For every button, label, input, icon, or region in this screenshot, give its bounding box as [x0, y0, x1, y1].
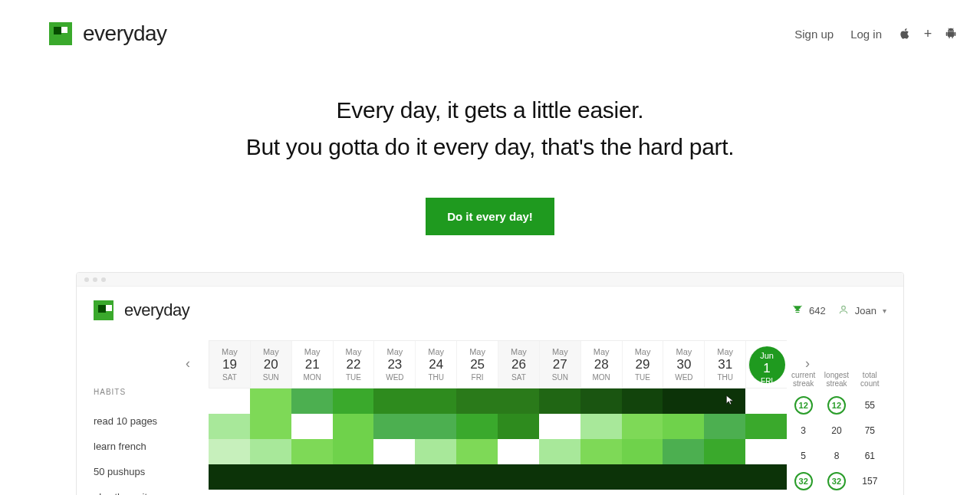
- preview-brand[interactable]: everyday: [94, 300, 189, 320]
- heat-cell[interactable]: [704, 414, 745, 439]
- heat-cell[interactable]: [333, 388, 374, 414]
- heat-cell[interactable]: [373, 388, 415, 414]
- heat-cell[interactable]: [250, 464, 291, 490]
- day-header[interactable]: May31THU: [704, 341, 745, 388]
- heat-cell[interactable]: [209, 439, 250, 464]
- cta-button[interactable]: Do it every day!: [426, 198, 554, 235]
- heat-cell[interactable]: [704, 388, 745, 414]
- heat-cell[interactable]: [498, 414, 539, 439]
- heat-cell[interactable]: [663, 439, 704, 464]
- heat-cell[interactable]: [291, 388, 333, 414]
- heat-cell[interactable]: [498, 388, 539, 414]
- next-arrow[interactable]: ›: [805, 356, 810, 372]
- heat-cell[interactable]: [663, 388, 704, 414]
- heat-cell[interactable]: [622, 464, 663, 490]
- day-header[interactable]: May24THU: [415, 341, 456, 388]
- heat-row: [209, 464, 787, 490]
- brand[interactable]: everyday: [49, 21, 167, 46]
- day-header[interactable]: May28MON: [580, 341, 622, 388]
- habit-name[interactable]: play the guitar: [94, 484, 209, 495]
- habit-name[interactable]: read 10 pages: [94, 408, 209, 434]
- heat-cell[interactable]: [291, 414, 333, 439]
- login-link[interactable]: Log in: [850, 28, 882, 41]
- heat-cell[interactable]: [622, 414, 663, 439]
- heat-cell[interactable]: [745, 464, 787, 490]
- heat-cell[interactable]: [580, 414, 622, 439]
- heat-row: [209, 439, 787, 464]
- habit-name[interactable]: 50 pushups: [94, 459, 209, 484]
- heat-cell[interactable]: [498, 464, 539, 490]
- day-header[interactable]: May21MON: [291, 341, 333, 388]
- day-header[interactable]: May19SAT: [209, 341, 250, 388]
- total-count: 61: [853, 451, 886, 461]
- heat-cell[interactable]: [456, 439, 498, 464]
- heat-cell[interactable]: [373, 439, 415, 464]
- day-header[interactable]: May27SUN: [539, 341, 580, 388]
- heat-cell[interactable]: [415, 439, 456, 464]
- score-value: 642: [809, 305, 826, 316]
- prev-arrow[interactable]: ‹: [186, 356, 190, 372]
- heat-cell[interactable]: [622, 388, 663, 414]
- logo-icon: [49, 22, 72, 45]
- heat-cell[interactable]: [333, 439, 374, 464]
- habit-name[interactable]: learn french: [94, 434, 209, 459]
- day-header[interactable]: May20SUN: [250, 341, 291, 388]
- heat-cell[interactable]: [209, 388, 250, 414]
- heat-cell[interactable]: [209, 414, 250, 439]
- heat-cell[interactable]: [539, 464, 580, 490]
- heat-cell[interactable]: [745, 388, 787, 414]
- logo-icon: [94, 300, 113, 320]
- android-icon[interactable]: [945, 28, 957, 40]
- day-header[interactable]: May29TUE: [622, 341, 663, 388]
- heat-cell[interactable]: [704, 439, 745, 464]
- heat-cell[interactable]: [291, 464, 333, 490]
- day-header[interactable]: May26SAT: [498, 341, 539, 388]
- heat-cell[interactable]: [209, 464, 250, 490]
- habits-label: HABITS: [94, 388, 209, 396]
- stats-head-longest: longest streak: [820, 371, 853, 388]
- streak-ring: 12: [794, 396, 813, 415]
- heat-cell[interactable]: [498, 439, 539, 464]
- heat-cell[interactable]: [745, 439, 787, 464]
- hero-headline: Every day, it gets a little easier. But …: [0, 92, 980, 166]
- day-header[interactable]: May22TUE: [333, 341, 374, 388]
- heat-cell[interactable]: [333, 414, 374, 439]
- heat-cell[interactable]: [539, 414, 580, 439]
- heat-cell[interactable]: [663, 414, 704, 439]
- heat-cell[interactable]: [663, 464, 704, 490]
- day-header[interactable]: May23WED: [373, 341, 415, 388]
- heat-cell[interactable]: [415, 414, 456, 439]
- total-count: 157: [853, 476, 886, 487]
- heat-cell[interactable]: [622, 439, 663, 464]
- heat-cell[interactable]: [580, 439, 622, 464]
- heat-cell[interactable]: [539, 388, 580, 414]
- stats-column: current streak longest streak total coun…: [787, 340, 886, 493]
- heat-cell[interactable]: [580, 388, 622, 414]
- stats-head-total: total count: [853, 371, 886, 388]
- heat-cell[interactable]: [333, 464, 374, 490]
- streak-ring: 32: [794, 472, 813, 490]
- signup-link[interactable]: Sign up: [794, 28, 834, 41]
- heat-cell[interactable]: [704, 464, 745, 490]
- heat-cell[interactable]: [580, 464, 622, 490]
- heat-cell[interactable]: [373, 464, 415, 490]
- heat-cell[interactable]: [415, 388, 456, 414]
- heat-cell[interactable]: [250, 414, 291, 439]
- caret-down-icon: ▾: [883, 307, 886, 315]
- heat-cell[interactable]: [745, 414, 787, 439]
- apple-icon[interactable]: [899, 28, 911, 40]
- heat-cell[interactable]: [456, 464, 498, 490]
- plus-icon[interactable]: +: [922, 28, 934, 40]
- heat-cell[interactable]: [456, 414, 498, 439]
- heat-cell[interactable]: [456, 388, 498, 414]
- day-header[interactable]: May30WED: [663, 341, 704, 388]
- heat-cell[interactable]: [291, 439, 333, 464]
- day-header[interactable]: May25FRI: [456, 341, 498, 388]
- heat-cell[interactable]: [250, 388, 291, 414]
- heat-cell[interactable]: [539, 439, 580, 464]
- heat-cell[interactable]: [373, 414, 415, 439]
- day-header-today[interactable]: Jun1FRI: [745, 341, 787, 388]
- heat-cell[interactable]: [415, 464, 456, 490]
- user-area[interactable]: 642 Joan ▾: [792, 304, 886, 317]
- heat-cell[interactable]: [250, 439, 291, 464]
